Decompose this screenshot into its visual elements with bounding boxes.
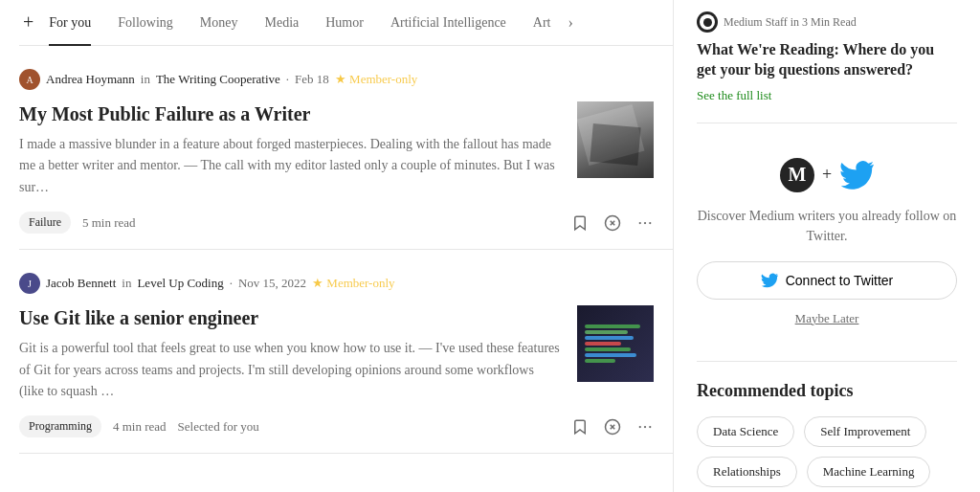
maybe-later-button[interactable]: Maybe Later	[697, 311, 957, 326]
recommended-topics-title: Recommended topics	[697, 381, 957, 401]
article-footer: Failure 5 min read	[19, 212, 654, 234]
article-body: My Most Public Failure as a Writer I mad…	[19, 101, 654, 198]
read-time: 5 min read	[82, 215, 136, 231]
divider-2	[697, 361, 957, 362]
hide-button[interactable]	[604, 214, 621, 232]
tab-for-you[interactable]: For you	[49, 0, 104, 46]
tab-money[interactable]: Money	[187, 0, 252, 46]
top-nav: + For you Following Money Media Humor	[19, 0, 673, 46]
nav-tabs: For you Following Money Media Humor Arti…	[49, 0, 564, 46]
svg-point-3	[639, 222, 641, 224]
article-meta: A Andrea Hoymann in The Writing Cooperat…	[19, 69, 654, 90]
article-footer: Programming 4 min read Selected for you	[19, 415, 654, 437]
connect-twitter-label: Connect to Twitter	[786, 273, 894, 288]
tab-art[interactable]: Art	[520, 0, 565, 46]
twitter-logo-icon	[839, 158, 874, 192]
tab-humor[interactable]: Humor	[312, 0, 377, 46]
twitter-connect-section: M + Discover Medium writers you already …	[697, 143, 957, 342]
add-topic-button[interactable]: +	[19, 11, 37, 34]
staff-post-title[interactable]: What We're Reading: Where do you get you…	[697, 40, 957, 80]
see-full-list-link[interactable]: See the full list	[697, 88, 957, 103]
topics-grid: Data Science Self Improvement Relationsh…	[697, 416, 957, 492]
staff-post: Medium Staff in 3 Min Read What We're Re…	[697, 11, 957, 103]
article-meta: J Jacob Bennett in Level Up Coding · Nov…	[19, 273, 654, 294]
article-date: Nov 15, 2022	[238, 276, 306, 291]
svg-point-5	[649, 222, 651, 224]
more-options-button[interactable]	[636, 214, 654, 232]
discover-text: Discover Medium writers you already foll…	[697, 206, 957, 246]
avatar: A	[19, 69, 40, 90]
medium-logo: M	[780, 158, 814, 192]
svg-point-10	[644, 426, 646, 428]
topic-self-improvement[interactable]: Self Improvement	[804, 416, 926, 447]
save-button[interactable]	[571, 214, 589, 232]
save-button[interactable]	[571, 418, 589, 436]
twitter-icon	[761, 272, 778, 289]
author-name[interactable]: Jacob Bennett	[46, 276, 116, 291]
more-options-button[interactable]	[636, 418, 654, 436]
divider	[697, 123, 957, 123]
topic-machine-learning[interactable]: Machine Learning	[807, 457, 931, 487]
table-row: J Jacob Bennett in Level Up Coding · Nov…	[19, 250, 673, 454]
medium-staff-avatar	[697, 11, 718, 33]
article-title[interactable]: Use Git like a senior engineer	[19, 305, 562, 330]
nav-more-chevron[interactable]: ›	[568, 14, 572, 32]
publication-name[interactable]: The Writing Cooperative	[156, 72, 280, 87]
article-thumbnail[interactable]	[577, 305, 654, 382]
staff-meta: Medium Staff in 3 Min Read	[724, 15, 857, 30]
plus-icon: +	[822, 165, 832, 185]
svg-point-4	[644, 222, 646, 224]
article-excerpt: I made a massive blunder in a feature ab…	[19, 134, 562, 198]
avatar: J	[19, 273, 40, 294]
sidebar: Medium Staff in 3 Min Read What We're Re…	[674, 0, 980, 492]
tab-following[interactable]: Following	[104, 0, 187, 46]
tab-media[interactable]: Media	[251, 0, 312, 46]
article-date: Feb 18	[295, 72, 329, 87]
articles-list: A Andrea Hoymann in The Writing Cooperat…	[19, 46, 673, 454]
svg-point-11	[649, 426, 651, 428]
tab-ai[interactable]: Artificial Intelligence	[377, 0, 520, 46]
read-time: 4 min read	[113, 419, 167, 435]
topic-data-science[interactable]: Data Science	[697, 416, 794, 447]
article-excerpt: Git is a powerful tool that feels great …	[19, 338, 562, 402]
article-thumbnail[interactable]	[577, 101, 654, 178]
topic-relationships[interactable]: Relationships	[697, 457, 797, 487]
article-tag[interactable]: Failure	[19, 212, 71, 234]
article-tag[interactable]: Programming	[19, 415, 101, 437]
hide-button[interactable]	[604, 418, 621, 436]
member-badge: ★ Member-only	[335, 72, 417, 87]
connect-twitter-button[interactable]: Connect to Twitter	[697, 261, 957, 300]
member-badge: ★ Member-only	[312, 276, 394, 291]
article-title[interactable]: My Most Public Failure as a Writer	[19, 101, 562, 126]
recommended-topics-section: Recommended topics Data Science Self Imp…	[697, 381, 957, 492]
author-name[interactable]: Andrea Hoymann	[46, 72, 135, 87]
svg-point-9	[639, 426, 641, 428]
publication-name[interactable]: Level Up Coding	[137, 276, 223, 291]
article-body: Use Git like a senior engineer Git is a …	[19, 305, 654, 402]
table-row: A Andrea Hoymann in The Writing Cooperat…	[19, 46, 673, 250]
selected-label: Selected for you	[178, 419, 259, 435]
